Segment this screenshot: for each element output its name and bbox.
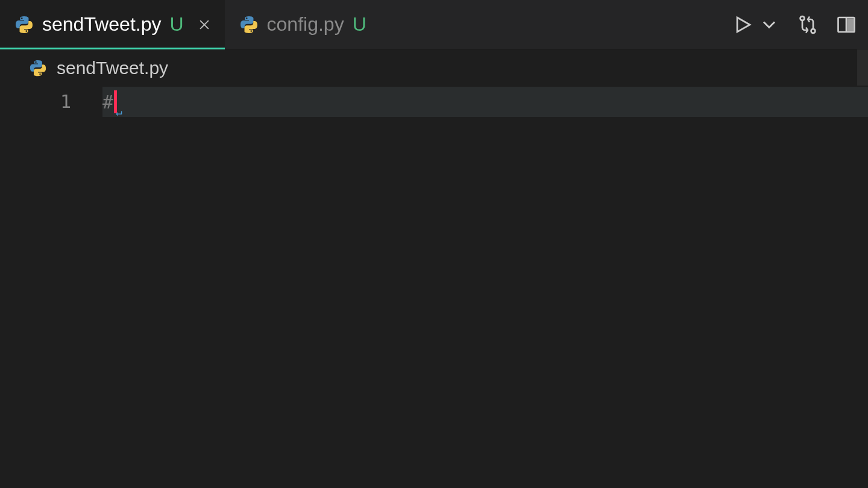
python-icon [239,15,259,34]
tab-config[interactable]: config.py U [225,0,379,49]
code-line[interactable]: # ↵ [102,87,868,117]
breadcrumb[interactable]: sendTweet.py [0,49,868,87]
tab-bar: sendTweet.py U config.py U [0,0,868,49]
tab-sendtweet[interactable]: sendTweet.py U [0,0,225,49]
git-compare-icon[interactable] [797,14,819,36]
svg-point-0 [800,16,805,20]
line-number: 1 [0,87,71,117]
code-text: # [102,92,113,113]
svg-rect-3 [847,18,854,31]
return-glyph-icon: ↵ [116,105,122,118]
editor[interactable]: 1 # ↵ [0,87,868,117]
close-icon[interactable] [196,16,213,33]
breadcrumb-filename: sendTweet.py [57,58,168,78]
split-editor-icon[interactable] [835,14,857,36]
tab-status-badge: U [169,13,183,36]
tab-status-badge: U [353,13,366,36]
tab-filename: config.py [267,13,344,36]
python-icon [14,15,34,34]
play-icon[interactable] [732,14,753,36]
gutter: 1 [0,87,102,117]
run-file-group [732,14,780,36]
tab-filename: sendTweet.py [42,13,161,36]
scrollbar[interactable] [857,49,868,86]
svg-point-1 [811,29,816,33]
chevron-down-icon[interactable] [758,14,780,36]
code-area[interactable]: # ↵ [102,87,868,117]
tab-actions [732,14,868,36]
python-icon [29,59,47,77]
